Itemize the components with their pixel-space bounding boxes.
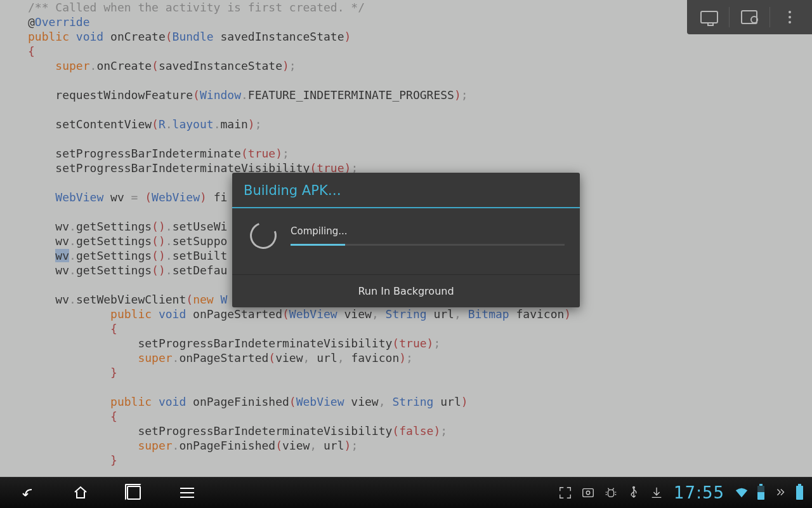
toolbar-separator <box>769 7 770 27</box>
system-navigation-bar: 17:55 <box>0 477 812 508</box>
screenshot-icon[interactable] <box>581 486 595 500</box>
svg-rect-2 <box>608 490 613 497</box>
dialog-message: Compiling... <box>291 225 565 237</box>
usb-icon <box>627 486 641 500</box>
spinner-icon <box>246 218 281 253</box>
battery-status-icon <box>757 486 764 500</box>
svg-rect-0 <box>583 489 594 497</box>
run-in-background-button[interactable]: Run In Background <box>232 274 580 307</box>
battery-full-icon <box>796 486 803 500</box>
device-search-icon[interactable] <box>732 0 766 34</box>
progress-bar <box>291 244 565 246</box>
recent-apps-button[interactable] <box>124 483 143 502</box>
expand-icon[interactable] <box>558 486 572 500</box>
dialog-title: Building APK… <box>232 173 580 208</box>
svg-point-1 <box>586 491 590 495</box>
monitor-icon[interactable] <box>692 0 726 34</box>
clock[interactable]: 17:55 <box>674 483 724 502</box>
editor-toolbar <box>687 0 812 34</box>
more-notifications-icon[interactable] <box>773 486 787 500</box>
build-progress-dialog: Building APK… Compiling... Run In Backgr… <box>232 173 580 307</box>
menu-button[interactable] <box>178 483 197 502</box>
home-button[interactable] <box>71 483 90 502</box>
download-icon <box>650 486 664 500</box>
toolbar-separator <box>729 7 730 27</box>
back-button[interactable] <box>18 483 37 502</box>
overflow-menu-icon[interactable] <box>773 0 807 34</box>
wifi-icon <box>735 486 749 500</box>
android-debug-icon <box>604 486 618 500</box>
